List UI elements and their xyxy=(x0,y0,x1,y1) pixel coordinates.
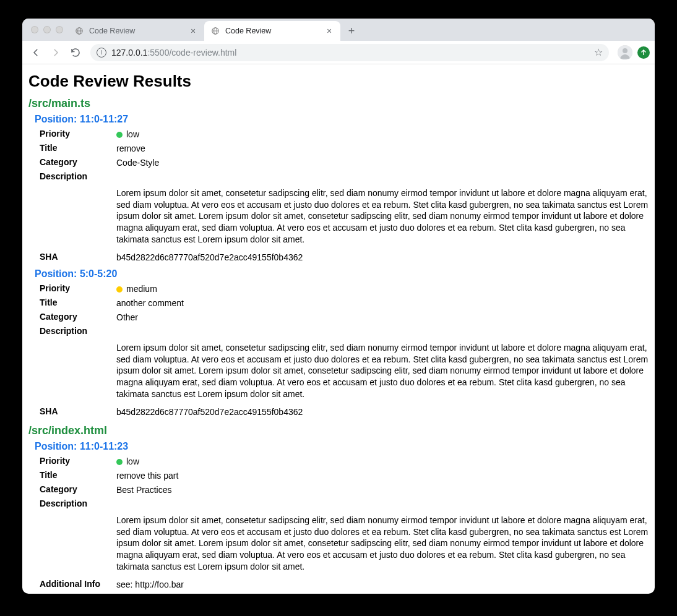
label-priority: Priority xyxy=(40,456,116,466)
address-bar[interactable]: i 127.0.0.1:5500/code-review.html ☆ xyxy=(90,44,609,61)
value-title: remove this part xyxy=(116,470,649,482)
svg-point-5 xyxy=(623,48,627,53)
page-content: Code Review Results /src/main.tsPosition… xyxy=(22,64,655,594)
label-priority: Priority xyxy=(40,129,116,139)
back-button[interactable] xyxy=(27,44,45,61)
row-title: Titleanother comment xyxy=(40,296,649,310)
value-category: Other xyxy=(116,312,649,323)
position-heading: Position: 11:0-11:27 xyxy=(35,114,649,125)
profile-avatar[interactable] xyxy=(618,45,632,60)
row-priority: Prioritylow xyxy=(40,455,649,469)
file-heading: /src/index.html xyxy=(28,424,649,437)
row-category: CategoryOther xyxy=(40,310,649,325)
label-priority: Priority xyxy=(40,283,116,293)
close-tab-icon[interactable]: × xyxy=(188,26,198,36)
label-category: Category xyxy=(40,157,116,167)
value-category: Code-Style xyxy=(116,157,649,169)
minimize-window-icon[interactable] xyxy=(43,26,51,33)
label-sha: SHA xyxy=(40,252,116,262)
label-description: Description xyxy=(40,326,116,336)
row-description: Description xyxy=(40,170,649,182)
label-title: Title xyxy=(40,143,116,153)
value-title: another comment xyxy=(116,297,649,309)
label-sha: SHA xyxy=(40,593,116,594)
value-description: Lorem ipsum dolor sit amet, consetetur s… xyxy=(116,515,649,573)
value-sha: b45d2822d6c87770af520d7e2acc49155f0b4362 xyxy=(116,406,649,418)
results-list: /src/main.tsPosition: 11:0-11:27Priority… xyxy=(28,97,649,594)
close-tab-icon[interactable]: × xyxy=(324,26,334,36)
bookmark-star-icon[interactable]: ☆ xyxy=(594,46,603,58)
globe-icon xyxy=(210,26,220,36)
value-sha: b45d2822d6c87770af520d7e2acc49155f0b4362 xyxy=(116,593,649,594)
extension-badge-icon[interactable] xyxy=(637,46,650,59)
row-category: CategoryCode-Style xyxy=(40,156,649,170)
tab-strip: Code Review × Code Review × + xyxy=(22,19,655,41)
value-title: remove xyxy=(116,143,649,155)
row-sha: SHAb45d2822d6c87770af520d7e2acc49155f0b4… xyxy=(40,592,649,594)
row-description: Description xyxy=(40,325,649,337)
close-window-icon[interactable] xyxy=(31,26,38,33)
reload-button[interactable] xyxy=(67,44,84,61)
file-heading: /src/main.ts xyxy=(28,97,649,110)
position-heading: Position: 5:0-5:20 xyxy=(35,268,649,280)
label-category: Category xyxy=(40,312,116,322)
value-description: Lorem ipsum dolor sit amet, consetetur s… xyxy=(116,342,649,400)
value-priority: low xyxy=(116,456,649,468)
label-description: Description xyxy=(40,498,116,508)
browser-window: Code Review × Code Review × + i 127.0.0.… xyxy=(22,19,655,594)
value-sha: b45d2822d6c87770af520d7e2acc49155f0b4362 xyxy=(116,252,649,263)
row-sha: SHAb45d2822d6c87770af520d7e2acc49155f0b4… xyxy=(40,405,649,419)
new-tab-button[interactable]: + xyxy=(343,22,360,40)
value-category: Best Practices xyxy=(116,484,649,496)
forward-button[interactable] xyxy=(47,44,64,61)
tab-title: Code Review xyxy=(89,27,188,35)
row-priority: Prioritymedium xyxy=(40,282,649,296)
label-additional: Additional Info xyxy=(40,579,116,589)
window-controls xyxy=(28,19,68,41)
priority-dot-icon xyxy=(116,132,123,138)
site-info-icon[interactable]: i xyxy=(97,48,106,58)
row-sha: SHAb45d2822d6c87770af520d7e2acc49155f0b4… xyxy=(40,250,649,265)
value-priority: medium xyxy=(116,283,649,295)
position-heading: Position: 11:0-11:23 xyxy=(35,441,649,452)
tab-0[interactable]: Code Review × xyxy=(68,21,204,41)
row-title: Titleremove xyxy=(40,142,649,156)
row-additional: Additional Infosee: http://foo.bar xyxy=(40,578,649,592)
label-description: Description xyxy=(40,171,116,181)
priority-dot-icon xyxy=(116,459,123,465)
row-title: Titleremove this part xyxy=(40,469,649,483)
toolbar: i 127.0.0.1:5500/code-review.html ☆ xyxy=(22,41,655,64)
page-title: Code Review Results xyxy=(28,72,649,91)
label-title: Title xyxy=(40,470,116,480)
url-text: 127.0.0.1:5500/code-review.html xyxy=(111,48,589,58)
label-sha: SHA xyxy=(40,406,116,416)
value-priority: low xyxy=(116,129,649,140)
zoom-window-icon[interactable] xyxy=(56,26,63,33)
value-additional: see: http://foo.bar xyxy=(116,579,649,591)
row-priority: Prioritylow xyxy=(40,127,649,142)
tab-1[interactable]: Code Review × xyxy=(204,21,340,41)
label-category: Category xyxy=(40,484,116,494)
label-title: Title xyxy=(40,297,116,307)
value-description: Lorem ipsum dolor sit amet, consetetur s… xyxy=(116,187,649,246)
row-description: Description xyxy=(40,497,649,510)
row-category: CategoryBest Practices xyxy=(40,483,649,497)
globe-icon xyxy=(74,26,84,36)
tab-title: Code Review xyxy=(225,27,324,35)
priority-dot-icon xyxy=(116,286,123,293)
